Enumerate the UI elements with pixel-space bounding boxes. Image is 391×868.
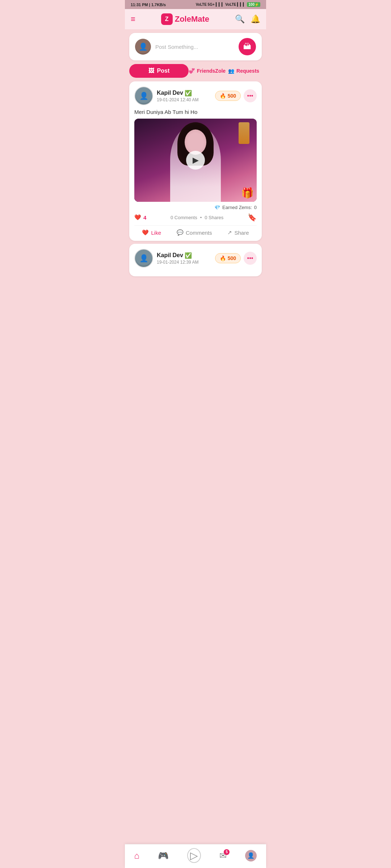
post-author-avatar-1[interactable]: 👤	[134, 86, 153, 105]
status-time: 11:31 PM | 1.7KB/s	[131, 3, 166, 7]
signal-text: VoLTE 5G+ ▎▎▎ VoLTE ▎▎▎	[196, 3, 246, 7]
notification-icon[interactable]: 🔔	[251, 14, 260, 24]
deco-vase	[239, 122, 249, 144]
action-buttons-row: 🖼 Post 💞 FriendsZole 👥 Requests	[129, 64, 262, 78]
post-author-avatar-2[interactable]: 👤	[134, 249, 153, 268]
like-heart-icon-1: ❤️	[142, 229, 149, 236]
profile-avatar: 👤	[245, 850, 257, 861]
post-user-info-2: 👤 Kapil Dev ✅ 19-01-2024 12:39 AM	[134, 249, 198, 268]
gift-icon-1[interactable]: 🎁	[241, 187, 254, 199]
comments-shares-1: 0 Comments • 0 Shares	[171, 215, 223, 220]
earned-zems-row-1: 💎 Earned Zems: 0	[134, 205, 257, 210]
earned-zems-value-1: 0	[254, 205, 257, 210]
earned-zems-label-1: Earned Zems:	[222, 205, 252, 210]
diamond-icon-1: 💎	[214, 205, 220, 210]
fire-icon-2: 🔥	[220, 255, 226, 261]
stats-row-1: ❤️ 4 0 Comments • 0 Shares 🔖	[134, 213, 257, 226]
play-button-1[interactable]: ▶	[186, 151, 205, 170]
post-text-1: Meri Duniya Ab Tum hi Ho	[134, 109, 257, 115]
mail-badge: 5	[224, 849, 230, 855]
post-input-left: 👤 Post Something...	[135, 39, 239, 55]
post-image-icon[interactable]: 🏔	[239, 38, 256, 55]
dot-separator-1: •	[200, 215, 202, 220]
interaction-row-1: ❤️ Like 💬 Comments ↗ Share	[134, 226, 257, 236]
post-card-2: 👤 Kapil Dev ✅ 19-01-2024 12:39 AM 🔥 500 …	[129, 244, 262, 276]
shares-count-1: 0 Shares	[205, 215, 223, 220]
requests-btn-label: Requests	[236, 68, 259, 74]
current-user-avatar: 👤	[135, 39, 151, 55]
share-icon-1: ↗	[227, 229, 232, 236]
post-card-1: 👤 Kapil Dev ✅ 19-01-2024 12:40 AM 🔥 500 …	[129, 81, 262, 241]
post-action-btns-1: 🔥 500 •••	[215, 89, 257, 102]
play-icon: ▷	[187, 848, 201, 863]
post-timestamp-1: 19-01-2024 12:40 AM	[157, 97, 198, 102]
post-input-placeholder[interactable]: Post Something...	[155, 44, 198, 50]
post-video-1[interactable]: ▶ 🎁	[134, 119, 257, 202]
likes-number-1: 4	[143, 214, 146, 221]
like-label-1: Like	[151, 230, 161, 236]
fire-icon-1: 🔥	[220, 93, 226, 99]
status-indicators: VoLTE 5G+ ▎▎▎ VoLTE ▎▎▎ 100⚡	[196, 2, 260, 7]
fire-count-2: 500	[228, 255, 236, 261]
heart-icon-1: ❤️	[134, 214, 141, 221]
post-timestamp-2: 19-01-2024 12:39 AM	[157, 260, 198, 265]
post-button[interactable]: 🖼 Post	[129, 64, 189, 78]
search-icon[interactable]: 🔍	[235, 14, 245, 24]
nav-games[interactable]: 🎮	[158, 851, 169, 861]
friends-btn-label: FriendsZole	[197, 68, 226, 74]
more-options-btn-1[interactable]: •••	[244, 89, 257, 102]
fire-count-1: 500	[228, 93, 236, 99]
status-bar: 11:31 PM | 1.7KB/s VoLTE 5G+ ▎▎▎ VoLTE ▎…	[125, 0, 266, 9]
menu-icon[interactable]: ≡	[131, 14, 135, 24]
post-input-bar[interactable]: 👤 Post Something... 🏔	[129, 33, 262, 60]
post-author-details-2: Kapil Dev ✅ 19-01-2024 12:39 AM	[157, 252, 198, 265]
post-header-1: 👤 Kapil Dev ✅ 19-01-2024 12:40 AM 🔥 500 …	[134, 86, 257, 105]
friends-zole-button[interactable]: 💞 FriendsZole	[189, 68, 226, 74]
likes-count-1: ❤️ 4	[134, 214, 146, 221]
post-action-btns-2: 🔥 500 •••	[215, 252, 257, 265]
more-options-btn-2[interactable]: •••	[244, 252, 257, 265]
fire-badge-1[interactable]: 🔥 500	[215, 91, 241, 101]
nav-home[interactable]: ⌂	[134, 851, 140, 861]
requests-btn-icon: 👥	[228, 68, 234, 74]
bookmark-icon-1[interactable]: 🔖	[248, 213, 257, 222]
game-icon: 🎮	[158, 851, 169, 861]
nav-messages[interactable]: ✉ 5	[219, 851, 227, 861]
verified-badge-1: ✅	[185, 90, 192, 97]
logo-icon: Z	[161, 13, 173, 25]
logo-name: ZoleMate	[175, 14, 209, 24]
post-btn-label: Post	[157, 68, 170, 74]
share-button-1[interactable]: ↗ Share	[227, 229, 249, 236]
home-icon: ⌂	[134, 851, 140, 861]
requests-button[interactable]: 👥 Requests	[226, 68, 262, 74]
post-btn-icon: 🖼	[148, 68, 154, 74]
friends-btn-icon: 💞	[189, 68, 195, 74]
battery-indicator: 100⚡	[247, 2, 260, 7]
app-header: ≡ Z ZoleMate 🔍 🔔	[125, 9, 266, 29]
app-logo: Z ZoleMate	[161, 13, 209, 25]
fire-badge-2[interactable]: 🔥 500	[215, 253, 241, 263]
post-author-name-2: Kapil Dev ✅	[157, 252, 198, 259]
bottom-navigation: ⌂ 🎮 ▷ ✉ 5 👤	[125, 844, 266, 868]
post-user-info-1: 👤 Kapil Dev ✅ 19-01-2024 12:40 AM	[134, 86, 198, 105]
like-button-1[interactable]: ❤️ Like	[142, 229, 161, 236]
post-author-name-1: Kapil Dev ✅	[157, 90, 198, 97]
comments-count-1: 0 Comments	[171, 215, 197, 220]
nav-play[interactable]: ▷	[187, 848, 201, 863]
post-author-details-1: Kapil Dev ✅ 19-01-2024 12:40 AM	[157, 90, 198, 102]
header-action-icons: 🔍 🔔	[235, 14, 260, 24]
nav-profile[interactable]: 👤	[245, 850, 257, 861]
comments-bubble-icon-1: 💬	[177, 229, 184, 236]
share-label-1: Share	[234, 230, 249, 236]
post-header-2: 👤 Kapil Dev ✅ 19-01-2024 12:39 AM 🔥 500 …	[134, 249, 257, 268]
comments-button-1[interactable]: 💬 Comments	[177, 229, 212, 236]
verified-badge-2: ✅	[185, 252, 192, 259]
comments-label-1: Comments	[186, 230, 212, 236]
